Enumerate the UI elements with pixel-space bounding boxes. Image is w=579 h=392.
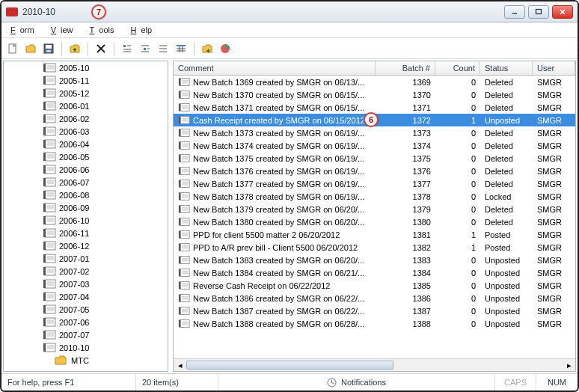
tree-item[interactable]: MTC — [4, 354, 168, 367]
list-view-button[interactable] — [155, 40, 171, 57]
tree-item[interactable]: 2007-02 — [4, 265, 168, 278]
tree-item-label: 2007-03 — [59, 280, 89, 289]
window-title: 2010-10 — [22, 7, 55, 17]
menu-form[interactable]: Form — [6, 24, 43, 36]
menu-tools[interactable]: Tools — [85, 24, 123, 36]
table-row[interactable]: New Batch 1373 created by SMGR on 06/19/… — [174, 126, 575, 139]
cell-batch: 1387 — [376, 307, 435, 316]
table-row[interactable]: Cash Receipt created by SMGR on 06/15/20… — [174, 114, 575, 126]
indent-button[interactable] — [137, 40, 153, 57]
tree-item[interactable]: 2006-05 — [4, 150, 168, 163]
cell-batch: 1370 — [376, 91, 435, 99]
tree-item[interactable]: 2006-06 — [4, 163, 168, 176]
tree-item[interactable]: 2006-09 — [4, 201, 168, 214]
table-row[interactable]: New Batch 1378 created by SMGR on 06/19/… — [174, 190, 575, 203]
col-status[interactable]: Status — [480, 61, 533, 75]
close-button[interactable] — [552, 5, 573, 19]
tree-item[interactable]: 2006-12 — [4, 239, 168, 252]
tree-item[interactable]: 2007-06 — [4, 316, 168, 328]
cell-user: SMGR — [533, 78, 575, 87]
tree-pane[interactable]: 2005-102005-112005-122006-012006-022006-… — [3, 61, 168, 372]
cell-comment: New Batch 1371 created by SMGR on 06/15/… — [193, 103, 364, 112]
table-row[interactable]: New Batch 1376 created by SMGR on 06/19/… — [174, 165, 575, 177]
tree-item[interactable]: 2007-07 — [4, 328, 168, 341]
tree-item[interactable]: 2005-12 — [4, 87, 168, 99]
menu-view[interactable]: View — [46, 24, 82, 36]
tree-item[interactable]: 2006-04 — [4, 138, 168, 150]
table-row[interactable]: New Batch 1377 created by SMGR on 06/19/… — [174, 177, 575, 190]
cell-count: 0 — [435, 78, 480, 87]
cell-status: Posted — [480, 243, 533, 252]
table-row[interactable]: New Batch 1384 created by SMGR on 06/21/… — [174, 266, 575, 279]
details-view-button[interactable] — [173, 40, 189, 57]
table-row[interactable]: Reverse Cash Receipt on 06/22/201213850U… — [174, 279, 575, 292]
table-row[interactable]: PPD to A/R prev bill - Client 5500 06/20… — [174, 241, 575, 254]
open-button[interactable] — [22, 40, 39, 57]
table-row[interactable]: New Batch 1369 created by SMGR on 06/13/… — [174, 76, 575, 88]
chart-button[interactable] — [217, 40, 233, 57]
delete-button[interactable] — [93, 40, 109, 57]
cell-batch: 1373 — [376, 129, 435, 138]
table-row[interactable]: New Batch 1387 created by SMGR on 06/22/… — [174, 304, 575, 317]
menu-help[interactable]: Help — [126, 24, 161, 36]
tree-item[interactable]: 2006-10 — [4, 214, 168, 227]
tree-item-label: MTC — [71, 356, 89, 365]
cell-comment: New Batch 1373 created by SMGR on 06/19/… — [193, 129, 364, 138]
tree-item[interactable]: 2006-08 — [4, 189, 168, 201]
cell-status: Unposted — [480, 256, 533, 265]
cell-count: 0 — [435, 91, 480, 99]
scroll-right-icon[interactable]: ▸ — [563, 359, 575, 372]
folder-up-button[interactable] — [67, 40, 83, 57]
table-row[interactable]: New Batch 1386 created by SMGR on 06/22/… — [174, 292, 575, 304]
h-scrollbar[interactable]: ◂ ▸ — [174, 358, 575, 371]
table-row[interactable]: New Batch 1371 created by SMGR on 06/15/… — [174, 101, 575, 114]
cell-user: SMGR — [533, 281, 575, 290]
cell-batch: 1385 — [376, 281, 435, 290]
cell-batch: 1374 — [376, 141, 435, 150]
scroll-thumb[interactable] — [186, 361, 393, 370]
status-notifications[interactable]: Notifications — [218, 374, 495, 391]
svg-rect-16 — [144, 48, 146, 50]
col-batch[interactable]: Batch # — [376, 61, 435, 75]
table-row[interactable]: PPD for client 5500 matter 2 06/20/20121… — [174, 228, 575, 241]
cell-user: SMGR — [533, 116, 575, 125]
tree-item[interactable]: 2005-10 — [4, 61, 168, 74]
tree-item[interactable]: 2007-04 — [4, 290, 168, 303]
tree-item[interactable]: 2007-05 — [4, 303, 168, 316]
svg-rect-29 — [43, 64, 46, 72]
folder-go-button[interactable] — [199, 40, 215, 57]
col-comment[interactable]: Comment — [174, 61, 376, 75]
table-row[interactable]: New Batch 1374 created by SMGR on 06/19/… — [174, 139, 575, 152]
tree-item[interactable]: 2005-11 — [4, 74, 168, 87]
list-body[interactable]: New Batch 1369 created by SMGR on 06/13/… — [174, 76, 575, 358]
tree-item[interactable]: 2006-07 — [4, 176, 168, 189]
new-button[interactable] — [4, 40, 21, 57]
tree-item[interactable]: 2007-03 — [4, 278, 168, 290]
tree-item[interactable]: 2006-11 — [4, 227, 168, 239]
col-user[interactable]: User — [533, 61, 575, 75]
save-button[interactable] — [40, 40, 57, 57]
tree-item[interactable]: 2006-03 — [4, 125, 168, 138]
minimize-button[interactable] — [504, 5, 525, 19]
cell-count: 0 — [435, 167, 480, 176]
svg-rect-219 — [179, 269, 181, 277]
tree-item[interactable]: 2006-02 — [4, 112, 168, 125]
tree-item[interactable]: 2007-01 — [4, 252, 168, 265]
status-count: 20 item(s) — [136, 374, 218, 391]
table-row[interactable]: New Batch 1380 created by SMGR on 06/20/… — [174, 215, 575, 228]
table-row[interactable]: New Batch 1375 created by SMGR on 06/19/… — [174, 152, 575, 165]
app-icon — [6, 7, 18, 16]
svg-rect-134 — [43, 331, 46, 339]
col-count[interactable]: Count — [435, 61, 480, 75]
table-row[interactable]: New Batch 1388 created by SMGR on 06/28/… — [174, 317, 575, 330]
table-row[interactable]: New Batch 1379 created by SMGR on 06/20/… — [174, 203, 575, 215]
scroll-left-icon[interactable]: ◂ — [174, 359, 186, 372]
tree-item-label: 2006-01 — [59, 102, 89, 111]
tree-item[interactable]: 2010-10 — [4, 341, 168, 354]
table-row[interactable]: New Batch 1383 created by SMGR on 06/20/… — [174, 254, 575, 266]
tree-item[interactable]: 2006-01 — [4, 99, 168, 112]
svg-rect-84 — [43, 203, 46, 212]
outdent-button[interactable] — [119, 40, 135, 57]
table-row[interactable]: New Batch 1370 created by SMGR on 06/15/… — [174, 88, 575, 101]
maximize-button[interactable] — [528, 5, 549, 19]
